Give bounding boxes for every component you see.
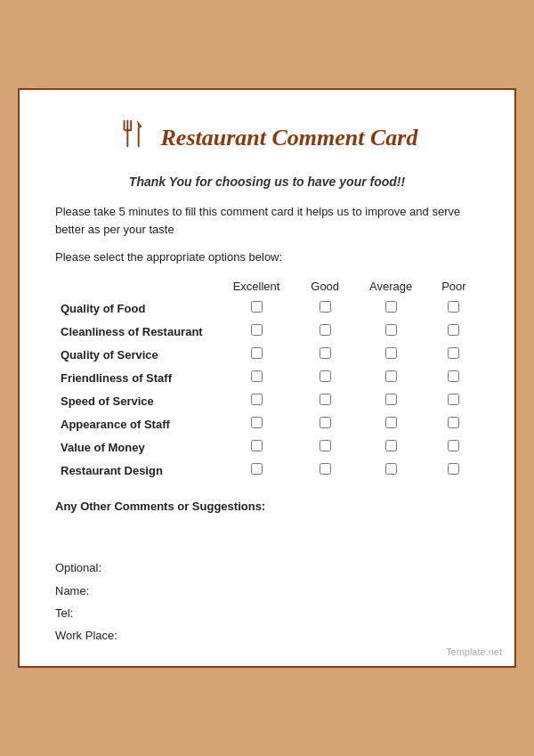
col-good: Good (297, 276, 352, 297)
checkbox-poor[interactable] (429, 320, 479, 343)
row-label: Quality of Food (55, 297, 215, 320)
comments-label: Any Other Comments or Suggestions: (55, 500, 479, 513)
checkbox-good[interactable] (297, 412, 352, 435)
table-row: Restaurant Design (55, 459, 479, 482)
checkbox-input-poor[interactable] (448, 463, 459, 475)
instruction-text: Please select the appropriate options be… (55, 250, 479, 264)
checkbox-input-average[interactable] (385, 324, 397, 336)
optional-section: Optional: Name: Tel: Work Place: (55, 557, 479, 646)
header: Restaurant Comment Card (55, 117, 479, 159)
checkbox-excellent[interactable] (215, 459, 297, 482)
rating-table: Excellent Good Average Poor Quality of F… (55, 276, 479, 482)
checkbox-excellent[interactable] (215, 366, 297, 389)
checkbox-average[interactable] (352, 435, 429, 459)
optional-label: Optional: (55, 557, 479, 578)
row-label: Value of Money (55, 435, 215, 459)
checkbox-average[interactable] (352, 343, 429, 366)
thank-you-text: Thank You for choosing us to have your f… (55, 175, 479, 189)
table-row: Value of Money (55, 435, 479, 459)
checkbox-good[interactable] (297, 297, 352, 320)
checkbox-input-poor[interactable] (448, 370, 459, 382)
checkbox-poor[interactable] (429, 366, 479, 389)
watermark: Template.net (446, 646, 502, 657)
checkbox-input-excellent[interactable] (251, 394, 263, 405)
checkbox-input-average[interactable] (385, 463, 397, 475)
checkbox-input-good[interactable] (320, 324, 331, 336)
checkbox-good[interactable] (297, 435, 352, 459)
row-label: Restaurant Design (55, 459, 215, 482)
checkbox-input-poor[interactable] (448, 347, 459, 359)
checkbox-good[interactable] (297, 343, 352, 366)
checkbox-good[interactable] (297, 459, 352, 482)
checkbox-poor[interactable] (429, 389, 479, 412)
svg-rect-1 (126, 120, 128, 130)
checkbox-input-excellent[interactable] (251, 440, 263, 451)
col-average: Average (352, 276, 429, 297)
checkbox-input-average[interactable] (385, 417, 397, 428)
table-row: Appearance of Staff (55, 412, 479, 435)
table-row: Speed of Service (55, 389, 479, 412)
checkbox-input-average[interactable] (385, 394, 397, 405)
checkbox-poor[interactable] (429, 343, 479, 366)
checkbox-input-average[interactable] (385, 347, 397, 359)
checkbox-poor[interactable] (429, 412, 479, 435)
checkbox-input-good[interactable] (320, 417, 331, 428)
workplace-label: Work Place: (55, 625, 479, 646)
fork-knife-icon (117, 117, 150, 159)
row-label: Appearance of Staff (55, 412, 215, 435)
checkbox-input-poor[interactable] (448, 394, 459, 405)
checkbox-average[interactable] (352, 366, 429, 389)
row-label: Friendliness of Staff (55, 366, 215, 389)
checkbox-input-average[interactable] (385, 440, 397, 451)
svg-rect-5 (137, 128, 139, 148)
checkbox-excellent[interactable] (215, 412, 297, 435)
table-row: Quality of Service (55, 343, 479, 366)
checkbox-poor[interactable] (429, 459, 479, 482)
row-label: Speed of Service (55, 389, 215, 412)
checkbox-input-good[interactable] (320, 370, 331, 382)
col-poor: Poor (429, 276, 479, 297)
table-header-row: Excellent Good Average Poor (55, 276, 479, 297)
checkbox-average[interactable] (352, 389, 429, 412)
checkbox-excellent[interactable] (215, 435, 297, 459)
checkbox-input-good[interactable] (320, 394, 331, 405)
checkbox-input-good[interactable] (320, 301, 331, 313)
checkbox-average[interactable] (352, 320, 429, 343)
checkbox-input-good[interactable] (320, 347, 331, 359)
checkbox-excellent[interactable] (215, 320, 297, 343)
checkbox-input-good[interactable] (320, 440, 331, 451)
checkbox-excellent[interactable] (215, 297, 297, 320)
checkbox-average[interactable] (352, 412, 429, 435)
checkbox-excellent[interactable] (215, 343, 297, 366)
checkbox-input-average[interactable] (385, 301, 397, 313)
comments-section: Any Other Comments or Suggestions: (55, 500, 479, 513)
checkbox-input-excellent[interactable] (251, 324, 263, 336)
comment-card: Restaurant Comment Card Thank You for ch… (18, 88, 516, 668)
col-category (55, 276, 215, 297)
checkbox-good[interactable] (297, 389, 352, 412)
checkbox-input-poor[interactable] (448, 417, 459, 428)
checkbox-poor[interactable] (429, 435, 479, 459)
checkbox-input-poor[interactable] (448, 301, 459, 313)
checkbox-good[interactable] (297, 320, 352, 343)
checkbox-good[interactable] (297, 366, 352, 389)
col-excellent: Excellent (215, 276, 297, 297)
checkbox-input-average[interactable] (385, 370, 397, 382)
checkbox-poor[interactable] (429, 297, 479, 320)
checkbox-input-excellent[interactable] (251, 463, 263, 475)
checkbox-input-poor[interactable] (448, 324, 459, 336)
svg-rect-0 (123, 120, 125, 130)
checkbox-input-good[interactable] (320, 463, 331, 475)
checkbox-excellent[interactable] (215, 389, 297, 412)
checkbox-input-excellent[interactable] (251, 417, 263, 428)
checkbox-average[interactable] (352, 297, 429, 320)
page-title: Restaurant Comment Card (161, 125, 418, 151)
checkbox-input-excellent[interactable] (251, 370, 263, 382)
name-label: Name: (55, 581, 479, 601)
checkbox-input-excellent[interactable] (251, 347, 263, 359)
checkbox-input-poor[interactable] (448, 440, 459, 451)
checkbox-average[interactable] (352, 459, 429, 482)
tel-label: Tel: (55, 603, 479, 623)
checkbox-input-excellent[interactable] (251, 301, 263, 313)
table-row: Quality of Food (55, 297, 479, 320)
